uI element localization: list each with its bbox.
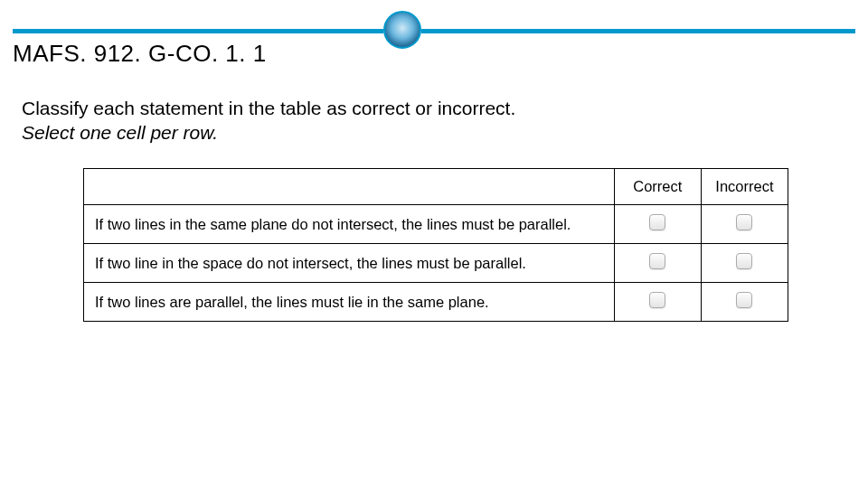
header-rule-left bbox=[13, 29, 383, 33]
table-header-correct: Correct bbox=[614, 169, 701, 205]
checkbox-correct-row2[interactable] bbox=[649, 253, 665, 269]
statement-cell: If two line in the space do not intersec… bbox=[84, 244, 615, 283]
classification-table: Correct Incorrect If two lines in the sa… bbox=[83, 168, 788, 322]
table-header-incorrect: Incorrect bbox=[701, 169, 788, 205]
statement-cell: If two lines in the same plane do not in… bbox=[84, 205, 615, 244]
instruction-line-2: Select one cell per row. bbox=[22, 120, 832, 145]
page-title: MAFS. 912. G-CO. 1. 1 bbox=[13, 40, 267, 68]
table-row: If two lines are parallel, the lines mus… bbox=[84, 283, 788, 322]
instruction-line-1: Classify each statement in the table as … bbox=[22, 98, 515, 118]
table-header-blank bbox=[84, 169, 615, 205]
header-rule-right bbox=[421, 29, 855, 33]
checkbox-incorrect-row1[interactable] bbox=[736, 214, 752, 230]
checkbox-correct-row3[interactable] bbox=[649, 292, 665, 308]
checkbox-incorrect-row2[interactable] bbox=[736, 253, 752, 269]
table-row: If two line in the space do not intersec… bbox=[84, 244, 788, 283]
checkbox-correct-row1[interactable] bbox=[649, 214, 665, 230]
logo-icon bbox=[383, 11, 421, 49]
table-row: If two lines in the same plane do not in… bbox=[84, 205, 788, 244]
statement-cell: If two lines are parallel, the lines mus… bbox=[84, 283, 615, 322]
instruction-text: Classify each statement in the table as … bbox=[22, 96, 832, 145]
checkbox-incorrect-row3[interactable] bbox=[736, 292, 752, 308]
